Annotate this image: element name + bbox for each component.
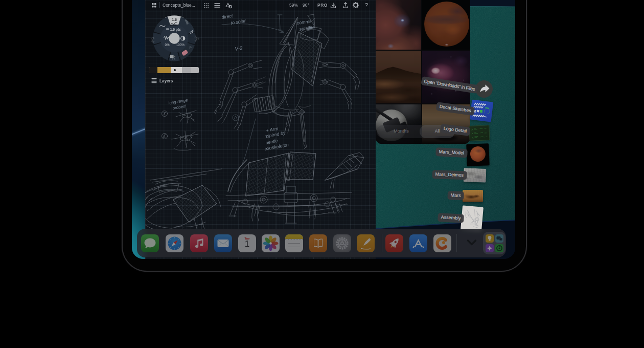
svg-text:Layers: Layers bbox=[159, 79, 173, 83]
svg-text:Concepts_blue...: Concepts_blue... bbox=[163, 3, 195, 8]
svg-text:1.6: 1.6 bbox=[172, 18, 177, 21]
svg-text:1.6 pts: 1.6 pts bbox=[170, 28, 181, 32]
svg-text:0%: 0% bbox=[165, 43, 170, 47]
svg-text:90°: 90° bbox=[303, 3, 309, 8]
svg-text:59%: 59% bbox=[289, 3, 298, 8]
svg-text:?: ? bbox=[365, 2, 368, 8]
svg-text:100%: 100% bbox=[176, 43, 185, 47]
svg-text:PRO: PRO bbox=[317, 3, 328, 8]
